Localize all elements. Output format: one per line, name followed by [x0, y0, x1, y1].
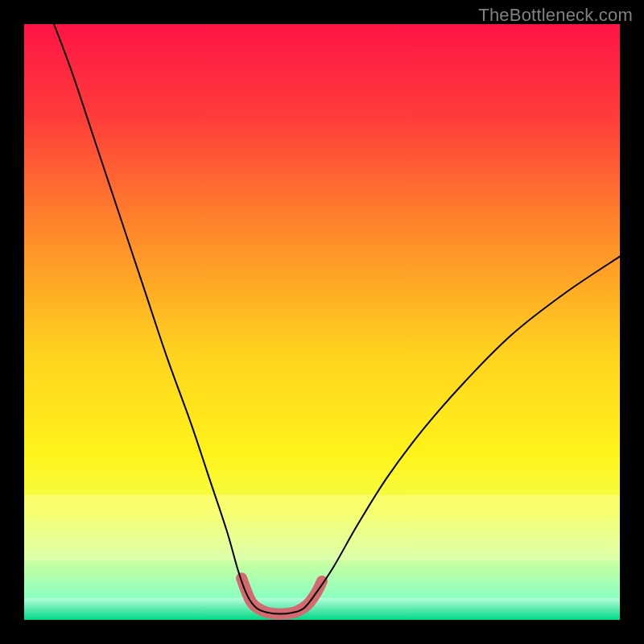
plot-area — [24, 24, 620, 620]
chart-frame: TheBottleneck.com — [0, 0, 644, 644]
pale-band — [24, 495, 620, 560]
chart-canvas — [24, 24, 620, 620]
bottom-green-band — [24, 598, 620, 620]
watermark-text: TheBottleneck.com — [478, 5, 633, 26]
